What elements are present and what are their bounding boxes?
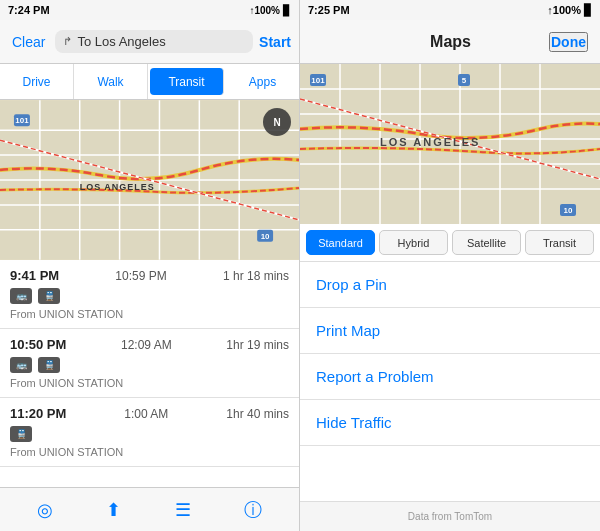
bus-icon: 🚌 <box>10 357 32 373</box>
print-map-item[interactable]: Print Map <box>300 308 600 354</box>
done-button[interactable]: Done <box>549 32 588 52</box>
svg-text:LOS ANGELES: LOS ANGELES <box>380 136 480 148</box>
svg-text:5: 5 <box>462 76 467 85</box>
arrival-time: 12:09 AM <box>121 338 172 352</box>
status-bar-left: 7:24 PM ↑100% ▊ <box>0 0 299 20</box>
status-bar-right: 7:25 PM ↑100% ▊ <box>300 0 600 20</box>
tab-transit[interactable]: Transit <box>150 68 224 95</box>
map-mode-hybrid[interactable]: Hybrid <box>379 230 448 255</box>
right-status-icons: ↑100% ▊ <box>547 4 592 17</box>
bus-icon: 🚌 <box>10 288 32 304</box>
map-right: LOS ANGELES 101 5 10 <box>300 64 600 224</box>
transit-list: 9:41 PM 10:59 PM 1 hr 18 mins 🚌 🚆 From U… <box>0 260 299 487</box>
top-nav-right: Maps Done <box>300 20 600 64</box>
svg-text:LOS ANGELES: LOS ANGELES <box>80 182 155 192</box>
info-icon[interactable]: ⓘ <box>244 498 262 522</box>
transit-item[interactable]: 10:50 PM 12:09 AM 1hr 19 mins 🚌 🚆 From U… <box>0 329 299 398</box>
duration: 1hr 40 mins <box>226 407 289 421</box>
bottom-toolbar-left: ◎ ⬆ ☰ ⓘ <box>0 487 299 531</box>
left-panel: 7:24 PM ↑100% ▊ Clear ↱ To Los Angeles S… <box>0 0 300 531</box>
data-attribution-bar: Data from TomTom <box>300 501 600 531</box>
menu-list: Drop a Pin Print Map Report a Problem Hi… <box>300 262 600 501</box>
transit-item[interactable]: 9:41 PM 10:59 PM 1 hr 18 mins 🚌 🚆 From U… <box>0 260 299 329</box>
start-button[interactable]: Start <box>259 34 291 50</box>
duration: 1hr 19 mins <box>226 338 289 352</box>
transit-mode-icons: 🚌 🚆 <box>10 357 289 373</box>
map-left: LOS ANGELES 101 10 N <box>0 100 299 260</box>
tab-apps[interactable]: Apps <box>226 64 299 99</box>
right-signal-icon: ↑100% <box>547 4 581 16</box>
share-icon[interactable]: ⬆ <box>106 499 121 521</box>
destination-input-wrap[interactable]: ↱ To Los Angeles <box>55 30 253 53</box>
from-station: From UNION STATION <box>10 446 289 458</box>
from-station: From UNION STATION <box>10 308 289 320</box>
clear-button[interactable]: Clear <box>8 32 49 52</box>
transit-mode-icons: 🚆 <box>10 426 289 442</box>
nav-arrow-icon: ↱ <box>63 35 72 48</box>
train-icon: 🚆 <box>38 357 60 373</box>
svg-text:10: 10 <box>564 206 573 215</box>
drop-pin-item[interactable]: Drop a Pin <box>300 262 600 308</box>
map-mode-satellite[interactable]: Satellite <box>452 230 521 255</box>
tab-walk[interactable]: Walk <box>74 64 148 99</box>
duration: 1 hr 18 mins <box>223 269 289 283</box>
map-mode-transit[interactable]: Transit <box>525 230 594 255</box>
right-time: 7:25 PM <box>308 4 350 16</box>
data-attribution-text: Data from TomTom <box>408 511 492 522</box>
right-panel: 7:25 PM ↑100% ▊ Maps Done <box>300 0 600 531</box>
compass: N <box>263 108 291 136</box>
list-icon[interactable]: ☰ <box>175 499 191 521</box>
arrival-time: 10:59 PM <box>115 269 166 283</box>
departure-time: 9:41 PM <box>10 268 59 283</box>
svg-text:101: 101 <box>15 116 29 125</box>
hide-traffic-item[interactable]: Hide Traffic <box>300 400 600 446</box>
from-station: From UNION STATION <box>10 377 289 389</box>
location-icon[interactable]: ◎ <box>37 499 53 521</box>
arrival-time: 1:00 AM <box>124 407 168 421</box>
tabs-bar: Drive Walk Transit Apps <box>0 64 299 100</box>
departure-time: 10:50 PM <box>10 337 66 352</box>
left-time: 7:24 PM <box>8 4 50 16</box>
transit-mode-icons: 🚌 🚆 <box>10 288 289 304</box>
train-icon: 🚆 <box>10 426 32 442</box>
svg-text:101: 101 <box>311 76 325 85</box>
tab-drive[interactable]: Drive <box>0 64 74 99</box>
departure-time: 11:20 PM <box>10 406 66 421</box>
signal-icon: ↑100% <box>249 5 280 16</box>
map-mode-standard[interactable]: Standard <box>306 230 375 255</box>
train-icon: 🚆 <box>38 288 60 304</box>
destination-text: To Los Angeles <box>77 34 245 49</box>
page-title: Maps <box>430 33 471 51</box>
transit-item[interactable]: 11:20 PM 1:00 AM 1hr 40 mins 🚆 From UNIO… <box>0 398 299 467</box>
svg-text:10: 10 <box>261 232 270 241</box>
left-status-icons: ↑100% ▊ <box>249 5 291 16</box>
nav-bar: Clear ↱ To Los Angeles Start <box>0 20 299 64</box>
map-mode-bar: Standard Hybrid Satellite Transit <box>300 224 600 262</box>
battery-icon: ▊ <box>283 5 291 16</box>
right-battery-icon: ▊ <box>584 4 592 16</box>
report-problem-item[interactable]: Report a Problem <box>300 354 600 400</box>
